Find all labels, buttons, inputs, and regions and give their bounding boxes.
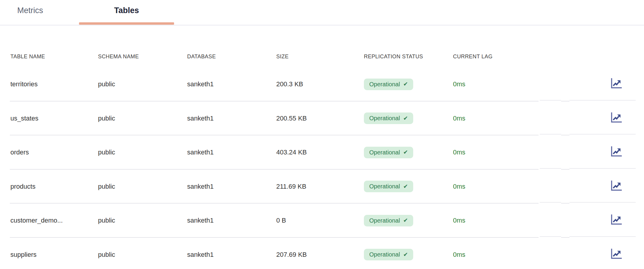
- cell-table-name: products: [10, 183, 98, 190]
- table-body: territories public sanketh1 200.3 KB Ope…: [0, 67, 644, 269]
- row-divider-segment: [540, 168, 561, 169]
- col-header-size: SIZE: [276, 54, 364, 60]
- cell-size: 403.24 KB: [276, 148, 364, 156]
- cell-current-lag: 0ms: [453, 148, 610, 156]
- table-row: suppliers public sanketh1 207.69 KB Oper…: [0, 238, 644, 269]
- view-metrics-button[interactable]: [610, 180, 623, 192]
- cell-size: 211.69 KB: [276, 183, 364, 190]
- row-divider-segment: [569, 202, 636, 203]
- table-row: territories public sanketh1 200.3 KB Ope…: [0, 67, 644, 101]
- cell-schema-name: public: [98, 251, 187, 259]
- table-row: us_states public sanketh1 200.55 KB Oper…: [0, 101, 644, 136]
- view-metrics-button[interactable]: [610, 248, 623, 260]
- cell-size: 207.69 KB: [276, 251, 364, 259]
- chart-line-icon: [610, 146, 623, 157]
- cell-database: sanketh1: [187, 148, 276, 156]
- table-row: customer_demo... public sanketh1 0 B Ope…: [0, 204, 644, 238]
- active-tab-indicator: [79, 22, 174, 25]
- view-metrics-button[interactable]: [610, 112, 623, 123]
- row-divider-segment: [569, 236, 636, 237]
- col-header-table-name: TABLE NAME: [10, 54, 98, 60]
- replication-status-badge: Operational ✔: [364, 181, 413, 192]
- table-header: TABLE NAME SCHEMA NAME DATABASE SIZE REP…: [0, 48, 644, 65]
- cell-table-name: territories: [10, 80, 98, 88]
- cell-database: sanketh1: [187, 183, 276, 190]
- cell-database: sanketh1: [187, 251, 276, 259]
- check-icon: ✔: [403, 252, 408, 257]
- col-header-replication-status: REPLICATION STATUS: [364, 54, 453, 60]
- row-divider-segment: [569, 100, 636, 101]
- cell-table-name: orders: [10, 148, 98, 156]
- check-icon: ✔: [403, 184, 408, 189]
- row-divider-segment: [540, 134, 561, 134]
- tab-tables[interactable]: Tables: [79, 0, 174, 26]
- cell-table-name: suppliers: [10, 251, 98, 259]
- replication-status-badge: Operational ✔: [364, 79, 413, 90]
- col-header-database: DATABASE: [187, 54, 276, 60]
- cell-current-lag: 0ms: [453, 115, 610, 122]
- cell-current-lag: 0ms: [453, 80, 610, 88]
- col-header-schema-name: SCHEMA NAME: [98, 54, 187, 60]
- replication-status-label: Operational: [369, 149, 400, 155]
- cell-current-lag: 0ms: [453, 217, 610, 224]
- replication-status-label: Operational: [369, 183, 400, 189]
- table-row: products public sanketh1 211.69 KB Opera…: [0, 170, 644, 204]
- cell-database: sanketh1: [187, 217, 276, 224]
- col-header-current-lag: CURRENT LAG: [453, 54, 610, 60]
- check-icon: ✔: [403, 81, 408, 87]
- row-divider-segment: [569, 134, 636, 134]
- cell-schema-name: public: [98, 183, 187, 190]
- chart-line-icon: [610, 214, 623, 226]
- view-metrics-button[interactable]: [610, 146, 623, 157]
- check-icon: ✔: [403, 149, 408, 155]
- row-divider-segment: [569, 168, 636, 169]
- replication-status-label: Operational: [369, 218, 400, 223]
- row-divider-segment: [540, 202, 561, 203]
- cell-database: sanketh1: [187, 80, 276, 88]
- cell-table-name: customer_demo...: [10, 217, 98, 224]
- tab-tables-label: Tables: [114, 6, 139, 15]
- cell-schema-name: public: [98, 217, 187, 224]
- cell-schema-name: public: [98, 115, 187, 122]
- tab-bar: Metrics Tables: [0, 0, 644, 26]
- chart-line-icon: [610, 112, 623, 123]
- row-divider-segment: [540, 100, 561, 101]
- cell-table-name: us_states: [10, 115, 98, 122]
- replication-status-label: Operational: [369, 81, 400, 87]
- view-metrics-button[interactable]: [610, 214, 623, 226]
- chart-line-icon: [610, 248, 623, 260]
- replication-status-label: Operational: [369, 251, 400, 257]
- cell-current-lag: 0ms: [453, 251, 610, 259]
- chart-line-icon: [610, 180, 623, 192]
- database-tables-page: Metrics Tables TABLE NAME SCHEMA NAME DA…: [0, 0, 644, 269]
- check-icon: ✔: [403, 115, 408, 121]
- replication-status-badge: Operational ✔: [364, 147, 413, 158]
- cell-current-lag: 0ms: [453, 183, 610, 190]
- check-icon: ✔: [403, 218, 408, 223]
- cell-size: 0 B: [276, 217, 364, 224]
- replication-status-badge: Operational ✔: [364, 112, 413, 124]
- cell-size: 200.55 KB: [276, 115, 364, 122]
- cell-schema-name: public: [98, 148, 187, 156]
- replication-status-label: Operational: [369, 115, 400, 121]
- replication-status-badge: Operational ✔: [364, 249, 413, 260]
- cell-database: sanketh1: [187, 115, 276, 122]
- view-metrics-button[interactable]: [610, 77, 623, 89]
- tab-metrics[interactable]: Metrics: [11, 0, 50, 26]
- cell-size: 200.3 KB: [276, 80, 364, 88]
- chart-line-icon: [610, 77, 623, 89]
- cell-schema-name: public: [98, 80, 187, 88]
- tab-metrics-label: Metrics: [17, 6, 43, 15]
- row-divider-segment: [540, 236, 561, 237]
- table-row: orders public sanketh1 403.24 KB Operati…: [0, 135, 644, 170]
- replication-status-badge: Operational ✔: [364, 215, 413, 226]
